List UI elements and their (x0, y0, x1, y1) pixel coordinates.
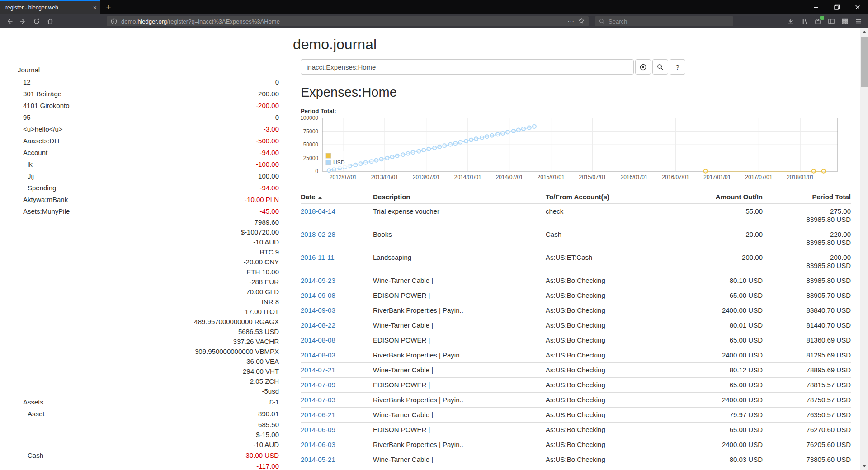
transaction-date-link[interactable]: 2014-06-21 (301, 411, 335, 418)
clear-query-button[interactable] (635, 59, 651, 75)
search-button[interactable] (652, 59, 668, 75)
transaction-date-link[interactable]: 2014-08-08 (301, 336, 335, 344)
period-total-line: 78750.57 USD (763, 396, 851, 404)
account-balance: -20.00 CNY (244, 258, 279, 266)
account-link[interactable]: Asets:MunyPile (17, 207, 70, 215)
transaction-date-link[interactable]: 2018-04-14 (301, 207, 335, 215)
toolbar-right-icons (784, 15, 865, 27)
restore-button[interactable] (826, 0, 847, 14)
account-link[interactable]: 12 (17, 78, 31, 86)
transaction-date-link[interactable]: 2014-07-09 (301, 381, 335, 389)
scrollbar-up-arrow[interactable] (860, 28, 868, 36)
transaction-date-link[interactable]: 2014-05-21 (301, 456, 335, 463)
account-link[interactable]: Asset (17, 410, 45, 418)
home-button[interactable] (43, 15, 57, 27)
transaction-date-link[interactable]: 2014-09-08 (301, 291, 335, 299)
account-link[interactable]: 95 (17, 113, 31, 121)
journal-title: demo.journal (293, 36, 377, 53)
transaction-date-link[interactable]: 2014-08-03 (301, 351, 335, 359)
transaction-description: Wine-Tarner Cable | (373, 318, 546, 333)
close-window-button[interactable] (847, 0, 868, 14)
transaction-date-link[interactable]: 2014-07-03 (301, 396, 335, 404)
sidebar-toggle-icon[interactable] (825, 15, 838, 27)
svg-text:2016/01/01: 2016/01/01 (620, 174, 647, 180)
period-total-line: 83985.80 USD (763, 239, 851, 247)
transaction-account: As:US:Bo:Checking (546, 467, 681, 470)
transaction-date-link[interactable]: 2016-11-11 (301, 254, 335, 261)
sidebar-balance-row: INR 8 (17, 296, 279, 306)
transaction-amount: 65.00 USD (681, 288, 763, 303)
transaction-date-link[interactable]: 2014-06-09 (301, 426, 335, 433)
sidebar-account-row: Jij100.00 (17, 170, 279, 182)
tab-close-icon[interactable]: × (93, 4, 97, 11)
minimize-button[interactable] (806, 0, 826, 14)
apps-grid-icon[interactable] (838, 15, 852, 27)
sidebar-balance-row: 17.00 ITOT (17, 306, 279, 316)
scrollbar-thumb[interactable] (861, 37, 868, 87)
reload-button[interactable] (30, 15, 43, 27)
forward-button[interactable] (16, 15, 30, 27)
transaction-period-total: 73725.57 USD (763, 467, 851, 470)
transaction-date-link[interactable]: 2014-07-21 (301, 366, 335, 374)
transaction-description: RiverBank Properties | Payin.. (373, 348, 546, 363)
transaction-date-link[interactable]: 2014-06-03 (301, 441, 335, 448)
window-controls (806, 0, 868, 14)
period-total-line: 83985.80 USD (763, 216, 851, 224)
svg-text:100000: 100000 (301, 115, 318, 121)
table-column-header[interactable]: Date (301, 190, 373, 204)
account-link[interactable]: <u>hello</u> (17, 125, 63, 133)
sidebar-balance-row: 7989.60 (17, 217, 279, 227)
transaction-amount: 65.00 USD (681, 378, 763, 393)
transaction-date-cell: 2014-08-08 (301, 333, 373, 348)
extension-badge (820, 16, 824, 20)
transaction-date-link[interactable]: 2014-09-03 (301, 306, 335, 314)
account-link[interactable]: 301 Beiträge (17, 90, 61, 98)
transaction-period-total: 81440.70 USD (763, 318, 851, 333)
search-icon (656, 63, 664, 71)
sidebar-account-row: 301 Beiträge200.00 (17, 88, 279, 99)
bookmark-star-icon[interactable] (578, 17, 585, 26)
sidebar-account-row: <u>hello</u>-3.00 (17, 123, 279, 135)
account-link[interactable]: Aaasets:DH (17, 137, 59, 145)
browser-tab[interactable]: register - hledger-web × (0, 0, 100, 14)
library-icon[interactable] (797, 15, 811, 27)
transaction-date-link[interactable]: 2014-08-22 (301, 321, 335, 329)
account-link[interactable]: Aktywa:mBank (17, 196, 68, 203)
account-balance: 36.00 VEA (246, 357, 279, 365)
scrollbar-down-arrow[interactable] (860, 462, 868, 470)
sidebar-balance-row: 489.957000000000 RGAGX (17, 316, 279, 326)
downloads-icon[interactable] (784, 15, 797, 27)
transaction-date-link[interactable]: 2018-02-28 (301, 230, 335, 238)
period-total-line: 78815.57 USD (763, 381, 851, 389)
account-balance: 0 (275, 113, 279, 121)
browser-search-box[interactable]: Search (595, 16, 733, 26)
back-button[interactable] (3, 15, 16, 27)
account-link[interactable]: Account (17, 149, 47, 156)
sidebar-balance-row: 70.00 GLD (17, 287, 279, 296)
new-tab-button[interactable]: + (100, 0, 117, 14)
menu-icon[interactable] (852, 15, 865, 27)
query-input[interactable] (301, 59, 634, 75)
sidebar-item-journal[interactable]: Journal (18, 63, 279, 76)
register-table-header-row: DateDescriptionTo/From Account(s)Amount … (301, 190, 851, 204)
extension-icon[interactable] (811, 15, 825, 27)
account-link[interactable]: 4101 Girokonto (17, 102, 70, 109)
sidebar-account-row: Assets£-1 (17, 396, 279, 408)
transaction-date-cell: 2014-05-21 (301, 452, 373, 467)
sidebar-balance-row: -10 AUD (17, 439, 279, 449)
account-link[interactable]: Assets (17, 398, 43, 406)
sidebar-account-list: 120301 Beiträge200.004101 Girokonto-200.… (17, 76, 279, 470)
page-actions-icon[interactable]: ⋯ (567, 17, 574, 25)
sidebar-balance-row: -117.00 (17, 461, 279, 470)
sidebar-balance-row: -5usd (17, 386, 279, 396)
transaction-date-link[interactable]: 2014-09-23 (301, 277, 335, 284)
help-button[interactable]: ? (670, 59, 685, 75)
site-info-icon[interactable] (110, 18, 118, 25)
account-link[interactable]: Cash (17, 451, 43, 459)
url-bar[interactable]: demo.hledger.org/register?q=inacct%3AExp… (107, 16, 589, 26)
sidebar-balance-row: 309.950000000000 VBMPX (17, 346, 279, 356)
account-link[interactable]: Jij (17, 172, 34, 180)
account-link[interactable]: Spending (17, 184, 56, 192)
account-link[interactable]: lk (17, 160, 33, 168)
page-scrollbar[interactable] (860, 28, 868, 470)
